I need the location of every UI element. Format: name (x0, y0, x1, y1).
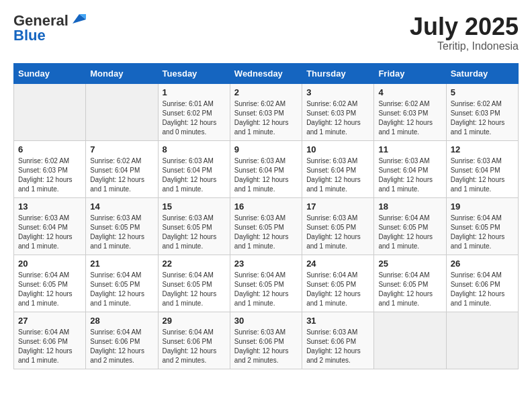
sunset-text: Sunset: 6:05 PM (163, 280, 226, 289)
cell-content: Sunrise: 6:03 AMSunset: 6:04 PMDaylight:… (378, 156, 441, 194)
calendar-cell: 17Sunrise: 6:03 AMSunset: 6:05 PMDayligh… (302, 197, 374, 255)
cell-content: Sunrise: 6:03 AMSunset: 6:06 PMDaylight:… (306, 328, 369, 365)
calendar-cell (374, 312, 446, 369)
calendar-cell: 15Sunrise: 6:03 AMSunset: 6:05 PMDayligh… (158, 197, 230, 255)
calendar-cell: 6Sunrise: 6:02 AMSunset: 6:03 PMDaylight… (14, 140, 86, 197)
daylight-text: Daylight: 12 hours and 1 minute. (451, 289, 514, 308)
sunset-text: Sunset: 6:05 PM (378, 280, 441, 289)
day-number: 10 (306, 144, 369, 154)
calendar-week-2: 6Sunrise: 6:02 AMSunset: 6:03 PMDaylight… (14, 140, 519, 197)
cell-content: Sunrise: 6:03 AMSunset: 6:05 PMDaylight:… (306, 214, 369, 251)
calendar-cell: 23Sunrise: 6:04 AMSunset: 6:05 PMDayligh… (230, 255, 302, 312)
sunrise-text: Sunrise: 6:04 AM (90, 328, 153, 337)
day-number: 4 (378, 87, 441, 97)
sunset-text: Sunset: 6:06 PM (90, 337, 153, 347)
sunrise-text: Sunrise: 6:04 AM (306, 271, 369, 280)
day-number: 26 (451, 259, 514, 269)
daylight-text: Daylight: 12 hours and 1 minute. (90, 175, 153, 194)
calendar-cell: 8Sunrise: 6:03 AMSunset: 6:04 PMDaylight… (158, 140, 230, 197)
cell-content: Sunrise: 6:02 AMSunset: 6:03 PMDaylight:… (306, 99, 369, 137)
calendar-cell: 11Sunrise: 6:03 AMSunset: 6:04 PMDayligh… (374, 140, 446, 197)
cell-content: Sunrise: 6:03 AMSunset: 6:04 PMDaylight:… (234, 156, 298, 194)
sunset-text: Sunset: 6:03 PM (234, 109, 298, 118)
daylight-text: Daylight: 12 hours and 1 minute. (306, 289, 369, 308)
sunset-text: Sunset: 6:06 PM (306, 337, 369, 347)
page-header: General Blue July 2025 Teritip, Indonesi… (13, 13, 519, 52)
cell-content: Sunrise: 6:02 AMSunset: 6:03 PMDaylight:… (451, 99, 514, 137)
sunrise-text: Sunrise: 6:03 AM (306, 328, 369, 337)
sunset-text: Sunset: 6:04 PM (234, 166, 298, 175)
sunrise-text: Sunrise: 6:02 AM (378, 99, 441, 109)
sunrise-text: Sunrise: 6:04 AM (451, 214, 514, 223)
header-wednesday: Wednesday (230, 63, 302, 83)
daylight-text: Daylight: 12 hours and 2 minutes. (234, 347, 298, 365)
sunrise-text: Sunrise: 6:02 AM (451, 99, 514, 109)
daylight-text: Daylight: 12 hours and 2 minutes. (90, 347, 153, 365)
sunrise-text: Sunrise: 6:03 AM (234, 214, 298, 223)
calendar-cell: 20Sunrise: 6:04 AMSunset: 6:05 PMDayligh… (14, 255, 86, 312)
sunrise-text: Sunrise: 6:03 AM (90, 214, 153, 223)
calendar-cell: 1Sunrise: 6:01 AMSunset: 6:02 PMDaylight… (158, 83, 230, 140)
daylight-text: Daylight: 12 hours and 1 minute. (18, 289, 81, 308)
sunset-text: Sunset: 6:05 PM (234, 223, 298, 232)
sunset-text: Sunset: 6:05 PM (90, 223, 153, 232)
cell-content: Sunrise: 6:03 AMSunset: 6:04 PMDaylight:… (306, 156, 369, 194)
calendar-week-1: 1Sunrise: 6:01 AMSunset: 6:02 PMDaylight… (14, 83, 519, 140)
sunset-text: Sunset: 6:03 PM (306, 109, 369, 118)
daylight-text: Daylight: 12 hours and 1 minute. (451, 175, 514, 194)
cell-content: Sunrise: 6:02 AMSunset: 6:03 PMDaylight:… (378, 99, 441, 137)
calendar-week-4: 20Sunrise: 6:04 AMSunset: 6:05 PMDayligh… (14, 255, 519, 312)
calendar-cell: 18Sunrise: 6:04 AMSunset: 6:05 PMDayligh… (374, 197, 446, 255)
calendar-cell: 24Sunrise: 6:04 AMSunset: 6:05 PMDayligh… (302, 255, 374, 312)
sunset-text: Sunset: 6:04 PM (451, 166, 514, 175)
day-number: 5 (451, 87, 514, 97)
title-block: July 2025 Teritip, Indonesia (410, 13, 519, 52)
calendar-cell: 28Sunrise: 6:04 AMSunset: 6:06 PMDayligh… (86, 312, 158, 369)
sunset-text: Sunset: 6:05 PM (378, 223, 441, 232)
sunrise-text: Sunrise: 6:04 AM (163, 271, 226, 280)
daylight-text: Daylight: 12 hours and 1 minute. (306, 118, 369, 137)
cell-content: Sunrise: 6:04 AMSunset: 6:05 PMDaylight:… (378, 271, 441, 308)
sunrise-text: Sunrise: 6:03 AM (306, 214, 369, 223)
daylight-text: Daylight: 12 hours and 1 minute. (451, 232, 514, 251)
sunrise-text: Sunrise: 6:04 AM (378, 271, 441, 280)
calendar-cell: 2Sunrise: 6:02 AMSunset: 6:03 PMDaylight… (230, 83, 302, 140)
day-number: 25 (378, 259, 441, 269)
sunrise-text: Sunrise: 6:03 AM (163, 214, 226, 223)
sunset-text: Sunset: 6:06 PM (451, 280, 514, 289)
day-number: 8 (163, 144, 226, 154)
day-number: 6 (18, 144, 81, 154)
cell-content: Sunrise: 6:04 AMSunset: 6:05 PMDaylight:… (451, 214, 514, 251)
sunset-text: Sunset: 6:05 PM (163, 223, 226, 232)
cell-content: Sunrise: 6:03 AMSunset: 6:06 PMDaylight:… (234, 328, 298, 365)
calendar-cell: 4Sunrise: 6:02 AMSunset: 6:03 PMDaylight… (374, 83, 446, 140)
sunrise-text: Sunrise: 6:02 AM (90, 156, 153, 166)
sunrise-text: Sunrise: 6:02 AM (18, 156, 81, 166)
calendar-cell: 25Sunrise: 6:04 AMSunset: 6:05 PMDayligh… (374, 255, 446, 312)
header-tuesday: Tuesday (158, 63, 230, 83)
sunset-text: Sunset: 6:05 PM (234, 280, 298, 289)
calendar-cell: 22Sunrise: 6:04 AMSunset: 6:05 PMDayligh… (158, 255, 230, 312)
sunset-text: Sunset: 6:05 PM (90, 280, 153, 289)
sunset-text: Sunset: 6:04 PM (163, 166, 226, 175)
sunrise-text: Sunrise: 6:04 AM (90, 271, 153, 280)
cell-content: Sunrise: 6:03 AMSunset: 6:05 PMDaylight:… (90, 214, 153, 251)
day-number: 15 (163, 201, 226, 212)
calendar-cell: 21Sunrise: 6:04 AMSunset: 6:05 PMDayligh… (86, 255, 158, 312)
cell-content: Sunrise: 6:03 AMSunset: 6:04 PMDaylight:… (163, 156, 226, 194)
sunset-text: Sunset: 6:06 PM (234, 337, 298, 347)
sunrise-text: Sunrise: 6:03 AM (234, 328, 298, 337)
daylight-text: Daylight: 12 hours and 1 minute. (378, 232, 441, 251)
cell-content: Sunrise: 6:03 AMSunset: 6:04 PMDaylight:… (451, 156, 514, 194)
cell-content: Sunrise: 6:04 AMSunset: 6:06 PMDaylight:… (90, 328, 153, 365)
day-number: 18 (378, 201, 441, 212)
sunset-text: Sunset: 6:06 PM (163, 337, 226, 347)
day-number: 17 (306, 201, 369, 212)
cell-content: Sunrise: 6:04 AMSunset: 6:06 PMDaylight:… (451, 271, 514, 308)
sunset-text: Sunset: 6:04 PM (90, 166, 153, 175)
sunset-text: Sunset: 6:05 PM (451, 223, 514, 232)
day-number: 14 (90, 201, 153, 212)
daylight-text: Daylight: 12 hours and 2 minutes. (306, 347, 369, 365)
daylight-text: Daylight: 12 hours and 1 minute. (306, 232, 369, 251)
calendar-header-row: SundayMondayTuesdayWednesdayThursdayFrid… (14, 63, 519, 83)
